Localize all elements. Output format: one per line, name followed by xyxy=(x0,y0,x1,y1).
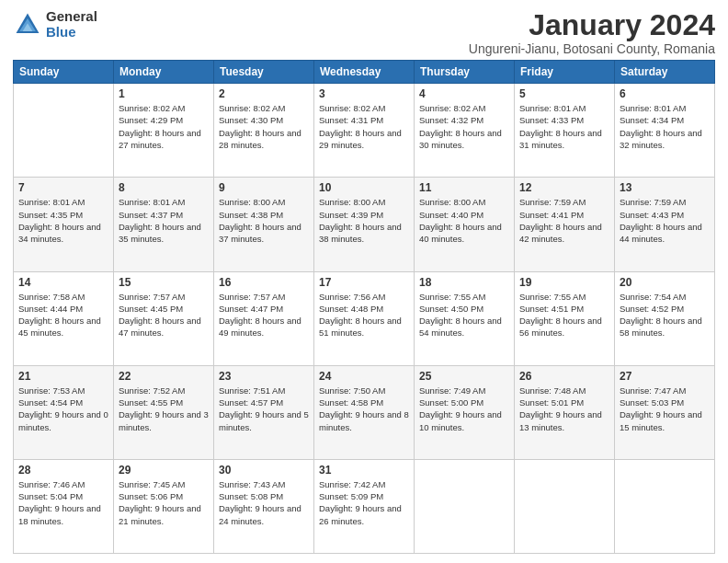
day-cell: 2Sunrise: 8:02 AMSunset: 4:30 PMDaylight… xyxy=(214,84,314,178)
day-info: Sunrise: 7:49 AMSunset: 5:00 PMDaylight:… xyxy=(419,385,509,433)
day-number: 31 xyxy=(319,464,409,477)
day-cell: 10Sunrise: 8:00 AMSunset: 4:39 PMDayligh… xyxy=(314,178,415,271)
header: General Blue January 2024 Ungureni-Jianu… xyxy=(13,9,715,56)
day-cell: 6Sunrise: 8:01 AMSunset: 4:34 PMDaylight… xyxy=(615,84,715,178)
day-info: Sunrise: 8:01 AMSunset: 4:34 PMDaylight:… xyxy=(620,102,710,151)
day-number: 17 xyxy=(319,276,409,289)
day-cell: 29Sunrise: 7:45 AMSunset: 5:06 PMDayligh… xyxy=(114,459,214,553)
day-info: Sunrise: 7:57 AMSunset: 4:47 PMDaylight:… xyxy=(219,291,309,339)
day-number: 9 xyxy=(219,181,309,194)
day-number: 16 xyxy=(219,276,309,289)
day-cell: 3Sunrise: 8:02 AMSunset: 4:31 PMDaylight… xyxy=(314,84,415,178)
day-number: 22 xyxy=(119,370,209,383)
day-info: Sunrise: 7:58 AMSunset: 4:44 PMDaylight:… xyxy=(18,291,108,339)
day-info: Sunrise: 7:54 AMSunset: 4:52 PMDaylight:… xyxy=(620,291,710,339)
day-cell: 16Sunrise: 7:57 AMSunset: 4:47 PMDayligh… xyxy=(214,271,314,365)
day-cell xyxy=(14,84,114,178)
day-number: 23 xyxy=(219,370,309,383)
day-info: Sunrise: 8:01 AMSunset: 4:37 PMDaylight:… xyxy=(119,196,209,245)
day-cell xyxy=(615,459,715,553)
day-cell: 18Sunrise: 7:55 AMSunset: 4:50 PMDayligh… xyxy=(415,271,515,365)
day-cell: 12Sunrise: 7:59 AMSunset: 4:41 PMDayligh… xyxy=(515,178,615,271)
day-number: 27 xyxy=(620,370,710,383)
logo: General Blue xyxy=(13,9,97,40)
week-row: 21Sunrise: 7:53 AMSunset: 4:54 PMDayligh… xyxy=(14,365,715,459)
weekday-header: Thursday xyxy=(415,61,515,84)
day-number: 14 xyxy=(18,276,108,289)
calendar-title: January 2024 xyxy=(469,9,715,41)
day-info: Sunrise: 7:47 AMSunset: 5:03 PMDaylight:… xyxy=(620,385,710,433)
day-number: 18 xyxy=(419,276,509,289)
day-info: Sunrise: 7:45 AMSunset: 5:06 PMDaylight:… xyxy=(119,478,209,527)
calendar-subtitle: Ungureni-Jianu, Botosani County, Romania xyxy=(469,41,715,56)
day-number: 8 xyxy=(119,181,209,194)
day-number: 24 xyxy=(319,370,409,383)
day-number: 15 xyxy=(119,276,209,289)
day-info: Sunrise: 7:51 AMSunset: 4:57 PMDaylight:… xyxy=(219,385,309,433)
day-number: 29 xyxy=(119,464,209,477)
day-number: 20 xyxy=(620,276,710,289)
day-number: 26 xyxy=(519,370,609,383)
day-cell: 26Sunrise: 7:48 AMSunset: 5:01 PMDayligh… xyxy=(515,365,615,459)
day-cell: 24Sunrise: 7:50 AMSunset: 4:58 PMDayligh… xyxy=(314,365,415,459)
day-info: Sunrise: 8:00 AMSunset: 4:40 PMDaylight:… xyxy=(419,196,509,245)
day-info: Sunrise: 7:50 AMSunset: 4:58 PMDaylight:… xyxy=(319,385,409,433)
calendar-table: SundayMondayTuesdayWednesdayThursdayFrid… xyxy=(13,60,715,554)
day-info: Sunrise: 7:48 AMSunset: 5:01 PMDaylight:… xyxy=(519,385,609,433)
day-cell: 30Sunrise: 7:43 AMSunset: 5:08 PMDayligh… xyxy=(214,459,314,553)
day-info: Sunrise: 7:56 AMSunset: 4:48 PMDaylight:… xyxy=(319,291,409,339)
day-cell: 4Sunrise: 8:02 AMSunset: 4:32 PMDaylight… xyxy=(415,84,515,178)
day-cell: 11Sunrise: 8:00 AMSunset: 4:40 PMDayligh… xyxy=(415,178,515,271)
day-cell: 19Sunrise: 7:55 AMSunset: 4:51 PMDayligh… xyxy=(515,271,615,365)
day-cell: 5Sunrise: 8:01 AMSunset: 4:33 PMDaylight… xyxy=(515,84,615,178)
day-number: 2 xyxy=(219,87,309,100)
day-cell: 25Sunrise: 7:49 AMSunset: 5:00 PMDayligh… xyxy=(415,365,515,459)
day-info: Sunrise: 7:55 AMSunset: 4:50 PMDaylight:… xyxy=(419,291,509,339)
header-row: SundayMondayTuesdayWednesdayThursdayFrid… xyxy=(14,61,715,84)
day-cell: 7Sunrise: 8:01 AMSunset: 4:35 PMDaylight… xyxy=(14,178,114,271)
title-block: January 2024 Ungureni-Jianu, Botosani Co… xyxy=(469,9,715,56)
day-number: 19 xyxy=(519,276,609,289)
day-info: Sunrise: 8:01 AMSunset: 4:33 PMDaylight:… xyxy=(519,102,609,151)
day-info: Sunrise: 7:53 AMSunset: 4:54 PMDaylight:… xyxy=(18,385,108,433)
day-cell: 15Sunrise: 7:57 AMSunset: 4:45 PMDayligh… xyxy=(114,271,214,365)
day-cell: 21Sunrise: 7:53 AMSunset: 4:54 PMDayligh… xyxy=(14,365,114,459)
logo-blue: Blue xyxy=(46,25,97,40)
weekday-header: Wednesday xyxy=(314,61,415,84)
day-cell: 23Sunrise: 7:51 AMSunset: 4:57 PMDayligh… xyxy=(214,365,314,459)
day-cell: 22Sunrise: 7:52 AMSunset: 4:55 PMDayligh… xyxy=(114,365,214,459)
day-info: Sunrise: 7:59 AMSunset: 4:43 PMDaylight:… xyxy=(620,196,710,245)
day-info: Sunrise: 7:57 AMSunset: 4:45 PMDaylight:… xyxy=(119,291,209,339)
day-info: Sunrise: 8:02 AMSunset: 4:31 PMDaylight:… xyxy=(319,102,409,151)
page: General Blue January 2024 Ungureni-Jianu… xyxy=(0,0,728,563)
day-info: Sunrise: 7:42 AMSunset: 5:09 PMDaylight:… xyxy=(319,478,409,527)
day-cell: 17Sunrise: 7:56 AMSunset: 4:48 PMDayligh… xyxy=(314,271,415,365)
day-cell: 31Sunrise: 7:42 AMSunset: 5:09 PMDayligh… xyxy=(314,459,415,553)
weekday-header: Tuesday xyxy=(214,61,314,84)
day-number: 3 xyxy=(319,87,409,100)
day-info: Sunrise: 8:01 AMSunset: 4:35 PMDaylight:… xyxy=(18,196,108,245)
day-cell: 20Sunrise: 7:54 AMSunset: 4:52 PMDayligh… xyxy=(615,271,715,365)
day-number: 25 xyxy=(419,370,509,383)
week-row: 7Sunrise: 8:01 AMSunset: 4:35 PMDaylight… xyxy=(14,178,715,271)
day-info: Sunrise: 8:02 AMSunset: 4:32 PMDaylight:… xyxy=(419,102,509,151)
week-row: 28Sunrise: 7:46 AMSunset: 5:04 PMDayligh… xyxy=(14,459,715,553)
day-number: 13 xyxy=(620,181,710,194)
day-info: Sunrise: 8:02 AMSunset: 4:29 PMDaylight:… xyxy=(119,102,209,151)
weekday-header: Friday xyxy=(515,61,615,84)
weekday-header: Sunday xyxy=(14,61,114,84)
weekday-header: Saturday xyxy=(615,61,715,84)
logo-icon xyxy=(13,10,42,40)
day-info: Sunrise: 7:46 AMSunset: 5:04 PMDaylight:… xyxy=(18,478,108,527)
day-number: 7 xyxy=(18,181,108,194)
day-number: 11 xyxy=(419,181,509,194)
day-cell xyxy=(515,459,615,553)
week-row: 1Sunrise: 8:02 AMSunset: 4:29 PMDaylight… xyxy=(14,84,715,178)
day-number: 6 xyxy=(620,87,710,100)
day-cell xyxy=(415,459,515,553)
day-info: Sunrise: 7:52 AMSunset: 4:55 PMDaylight:… xyxy=(119,385,209,433)
day-number: 28 xyxy=(18,464,108,477)
day-number: 5 xyxy=(519,87,609,100)
day-cell: 28Sunrise: 7:46 AMSunset: 5:04 PMDayligh… xyxy=(14,459,114,553)
day-number: 4 xyxy=(419,87,509,100)
